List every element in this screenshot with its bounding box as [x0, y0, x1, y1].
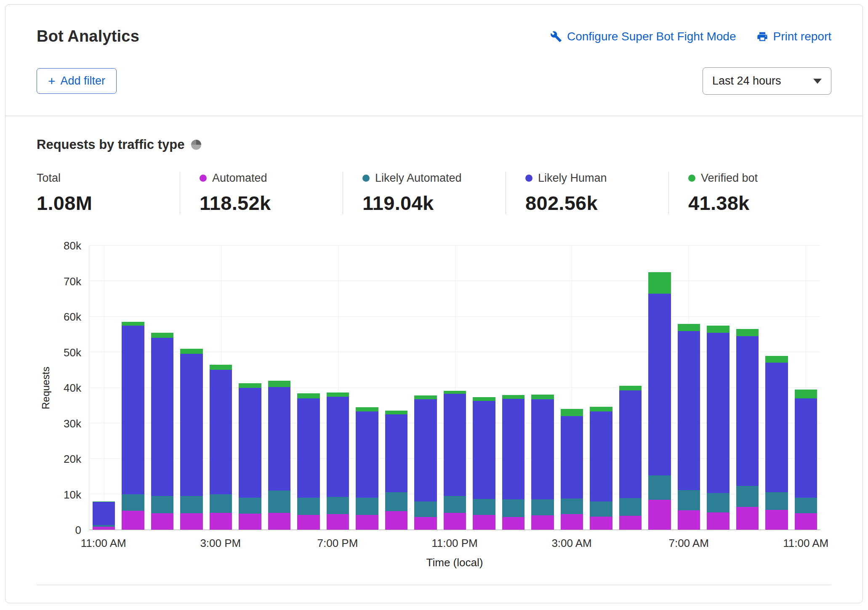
time-range-select[interactable]: Last 24 hours	[703, 67, 831, 95]
bar-segment-likely-automated[interactable]	[444, 496, 466, 513]
bar-4[interactable]	[210, 246, 232, 530]
bar-segment-verified-bot[interactable]	[561, 409, 583, 416]
bar-segment-likely-automated[interactable]	[268, 491, 290, 512]
bar-segment-verified-bot[interactable]	[444, 391, 466, 394]
bar-7[interactable]	[297, 246, 320, 530]
bar-segment-verified-bot[interactable]	[678, 324, 700, 331]
bar-segment-likely-human[interactable]	[736, 336, 759, 486]
bar-segment-verified-bot[interactable]	[151, 333, 173, 338]
bar-segment-automated[interactable]	[444, 513, 466, 530]
bar-segment-automated[interactable]	[795, 513, 817, 530]
bar-segment-automated[interactable]	[765, 510, 788, 530]
bar-segment-automated[interactable]	[531, 515, 554, 530]
bar-segment-verified-bot[interactable]	[619, 386, 642, 390]
bar-segment-automated[interactable]	[385, 511, 407, 530]
bar-segment-verified-bot[interactable]	[531, 395, 554, 399]
bar-segment-automated[interactable]	[590, 517, 612, 530]
bar-segment-verified-bot[interactable]	[502, 395, 525, 398]
bar-segment-automated[interactable]	[678, 510, 700, 530]
print-report-link[interactable]: Print report	[756, 30, 832, 43]
bar-16[interactable]	[561, 246, 583, 530]
bar-segment-automated[interactable]	[502, 517, 525, 530]
bar-segment-automated[interactable]	[239, 514, 261, 530]
bar-segment-likely-human[interactable]	[502, 399, 525, 500]
bar-21[interactable]	[707, 246, 729, 530]
bar-segment-automated[interactable]	[268, 513, 290, 530]
bar-segment-likely-human[interactable]	[561, 416, 583, 499]
bar-segment-likely-human[interactable]	[151, 338, 173, 496]
bar-segment-automated[interactable]	[93, 527, 115, 530]
bar-13[interactable]	[473, 246, 495, 530]
bar-segment-verified-bot[interactable]	[327, 393, 349, 397]
bar-segment-likely-automated[interactable]	[385, 492, 407, 511]
bar-segment-likely-automated[interactable]	[736, 486, 759, 507]
bar-segment-verified-bot[interactable]	[736, 329, 759, 336]
bar-segment-verified-bot[interactable]	[765, 356, 788, 363]
bar-segment-likely-automated[interactable]	[414, 501, 437, 517]
bar-2[interactable]	[151, 246, 173, 530]
bar-segment-automated[interactable]	[648, 500, 671, 530]
add-filter-button[interactable]: + Add filter	[37, 68, 117, 94]
bar-segment-automated[interactable]	[414, 517, 437, 530]
bar-8[interactable]	[327, 246, 349, 530]
bar-segment-likely-automated[interactable]	[531, 499, 554, 515]
bar-segment-likely-automated[interactable]	[561, 499, 583, 514]
bar-segment-automated[interactable]	[619, 516, 642, 530]
bar-11[interactable]	[414, 246, 437, 530]
bar-6[interactable]	[268, 246, 290, 530]
bar-segment-verified-bot[interactable]	[385, 411, 407, 414]
bar-1[interactable]	[122, 246, 144, 530]
bar-segment-likely-human[interactable]	[297, 398, 320, 498]
bar-segment-automated[interactable]	[151, 513, 173, 530]
bar-segment-likely-automated[interactable]	[590, 501, 612, 516]
bar-3[interactable]	[180, 246, 202, 530]
bar-segment-likely-human[interactable]	[93, 502, 115, 525]
bar-segment-verified-bot[interactable]	[707, 326, 729, 333]
bar-segment-likely-human[interactable]	[619, 390, 642, 498]
bar-segment-likely-automated[interactable]	[356, 498, 378, 515]
bar-segment-likely-automated[interactable]	[473, 499, 495, 515]
bar-segment-likely-automated[interactable]	[151, 496, 173, 513]
bar-segment-automated[interactable]	[473, 515, 495, 530]
bar-segment-automated[interactable]	[297, 515, 320, 530]
bar-segment-likely-automated[interactable]	[707, 493, 729, 512]
bar-segment-automated[interactable]	[122, 511, 144, 530]
bar-12[interactable]	[444, 246, 466, 530]
bar-segment-likely-automated[interactable]	[648, 475, 671, 500]
bar-segment-likely-automated[interactable]	[619, 498, 642, 516]
bar-segment-verified-bot[interactable]	[414, 395, 437, 399]
bar-segment-likely-human[interactable]	[648, 294, 671, 475]
bar-segment-likely-human[interactable]	[473, 401, 495, 499]
bar-20[interactable]	[678, 246, 700, 530]
bar-segment-likely-human[interactable]	[268, 387, 290, 491]
bar-segment-automated[interactable]	[356, 515, 378, 530]
bar-18[interactable]	[619, 246, 642, 530]
bar-segment-likely-automated[interactable]	[795, 498, 817, 513]
bar-segment-likely-human[interactable]	[239, 388, 261, 498]
bar-segment-automated[interactable]	[736, 507, 759, 530]
bar-10[interactable]	[385, 246, 407, 530]
bar-segment-likely-human[interactable]	[210, 370, 232, 494]
bar-14[interactable]	[502, 246, 525, 530]
bar-segment-likely-human[interactable]	[385, 414, 407, 493]
bar-segment-verified-bot[interactable]	[210, 365, 232, 370]
bar-segment-likely-automated[interactable]	[765, 492, 788, 510]
bar-segment-likely-human[interactable]	[356, 411, 378, 498]
bar-19[interactable]	[648, 246, 671, 530]
bar-0[interactable]	[93, 246, 115, 530]
bar-24[interactable]	[795, 246, 817, 530]
bar-segment-likely-human[interactable]	[327, 397, 349, 497]
bar-segment-likely-human[interactable]	[180, 354, 202, 496]
bar-segment-likely-human[interactable]	[531, 399, 554, 500]
bar-segment-likely-human[interactable]	[707, 333, 729, 493]
bar-segment-likely-human[interactable]	[444, 394, 466, 496]
bar-segment-likely-automated[interactable]	[210, 494, 232, 513]
bar-15[interactable]	[531, 246, 554, 530]
bar-segment-verified-bot[interactable]	[239, 383, 261, 387]
bar-segment-automated[interactable]	[707, 512, 729, 530]
bar-segment-verified-bot[interactable]	[297, 393, 320, 398]
bar-segment-verified-bot[interactable]	[473, 397, 495, 400]
bar-segment-likely-automated[interactable]	[239, 498, 261, 514]
bar-segment-likely-automated[interactable]	[502, 499, 525, 517]
bar-5[interactable]	[239, 246, 261, 530]
